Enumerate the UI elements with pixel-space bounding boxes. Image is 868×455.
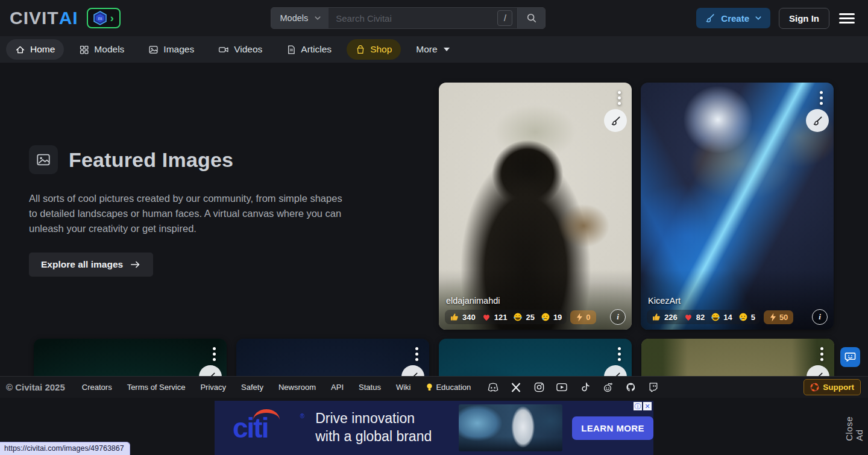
explore-label: Explore all images (41, 259, 123, 270)
laugh-reaction[interactable]: 25 (513, 312, 534, 322)
laugh-reaction[interactable]: 14 (711, 312, 732, 322)
card-menu-icon[interactable] (413, 345, 421, 363)
chevron-down-icon (314, 14, 321, 22)
citi-arc (253, 409, 280, 420)
thumbs-up-icon (652, 312, 661, 322)
nav-item-images[interactable]: Images (139, 39, 203, 60)
nav-item-home[interactable]: Home (6, 39, 64, 60)
civitai-logo[interactable]: CIVITAI (10, 8, 78, 28)
sign-in-label: Sign In (789, 13, 819, 24)
card-menu-icon[interactable] (818, 345, 826, 363)
nav-label: Models (94, 44, 124, 55)
footer-link-safety[interactable]: Safety (241, 383, 263, 392)
discord-icon[interactable] (486, 381, 500, 394)
laugh-icon (711, 312, 720, 322)
ad-learn-more-button[interactable]: LEARN MORE (572, 416, 653, 440)
arrow-right-icon (130, 260, 141, 269)
footer-link-api[interactable]: API (331, 383, 344, 392)
search-category-select[interactable]: Models (271, 8, 329, 28)
x-icon[interactable] (509, 381, 523, 394)
footer-link-newsroom[interactable]: Newsroom (278, 383, 316, 392)
footer-link-creators[interactable]: Creators (82, 383, 112, 392)
tiktok-icon[interactable] (578, 381, 591, 394)
create-button[interactable]: Create (696, 8, 770, 28)
footer-link-education[interactable]: Education (426, 383, 471, 392)
cry-reaction[interactable]: 5 (738, 312, 755, 322)
top-bar: CIVITAI m › Models / (0, 0, 868, 36)
sign-in-button[interactable]: Sign In (779, 8, 829, 29)
zap-tip-badge[interactable]: 0 (570, 310, 596, 324)
info-icon[interactable]: i (610, 309, 626, 325)
footer-link-privacy[interactable]: Privacy (200, 383, 226, 392)
footer: © Civitai 2025 Creators Terms of Service… (0, 376, 868, 398)
heart-reaction[interactable]: 121 (482, 312, 508, 322)
twitch-icon[interactable] (647, 381, 660, 394)
footer-link-terms[interactable]: Terms of Service (127, 383, 186, 392)
adchoices-info-icon[interactable]: ⓘ (634, 402, 642, 410)
ad-banner[interactable]: citi ® Drive innovation with a global br… (215, 401, 653, 455)
thumbs-up-reaction[interactable]: 226 (652, 312, 678, 322)
nav-item-articles[interactable]: Articles (277, 39, 341, 60)
article-icon (286, 45, 296, 55)
ad-close-x-icon[interactable]: ✕ (643, 402, 652, 410)
footer-link-status[interactable]: Status (359, 383, 381, 392)
support-button[interactable]: Support (804, 379, 861, 395)
instagram-icon[interactable] (532, 381, 546, 394)
reddit-icon[interactable] (601, 381, 614, 394)
image-icon (148, 45, 159, 55)
hamburger-icon[interactable] (838, 11, 856, 26)
lightbulb-icon (426, 383, 433, 392)
search-shortcut-key: / (497, 10, 512, 26)
remix-brush-button[interactable] (604, 109, 627, 132)
nav-label: Images (163, 44, 194, 55)
reaction-count: 121 (494, 313, 508, 322)
heart-icon (482, 312, 491, 322)
top-bar-right: Create Sign In (696, 8, 856, 29)
zap-tip-badge[interactable]: 50 (764, 310, 793, 324)
youtube-icon[interactable] (555, 381, 568, 394)
info-icon[interactable]: i (812, 309, 828, 325)
search-input[interactable] (336, 13, 497, 24)
reaction-group: 340 121 (445, 310, 567, 324)
event-badge[interactable]: m › (87, 8, 121, 28)
nav-item-models[interactable]: Models (70, 39, 133, 60)
card-menu-icon[interactable] (210, 345, 218, 363)
thumbs-up-reaction[interactable]: 340 (450, 312, 476, 322)
zap-count: 50 (779, 313, 788, 322)
card-menu-icon[interactable] (615, 345, 623, 363)
nav-item-more[interactable]: More (407, 39, 458, 60)
cry-icon (541, 312, 550, 322)
heart-icon (684, 312, 693, 322)
image-card[interactable]: eldajanimahdi 340 121 (439, 83, 632, 330)
explore-all-images-button[interactable]: Explore all images (29, 253, 153, 277)
main-nav: Home Models Images Videos (0, 36, 868, 63)
remix-brush-button[interactable] (806, 109, 829, 132)
nav-label: Home (30, 44, 55, 55)
ad-zone: citi ® Drive innovation with a global br… (0, 398, 868, 455)
image-icon (36, 152, 51, 168)
brush-icon (610, 115, 621, 127)
reaction-count: 14 (723, 313, 732, 322)
heart-reaction[interactable]: 82 (684, 312, 705, 322)
username[interactable]: eldajanimahdi (446, 296, 500, 306)
card-stats: 226 82 (647, 309, 828, 325)
card-menu-icon[interactable] (615, 89, 623, 107)
github-icon[interactable] (624, 381, 637, 394)
nav-item-videos[interactable]: Videos (209, 39, 271, 60)
image-card[interactable]: KicezArt 226 82 (641, 83, 834, 330)
zap-count: 0 (586, 313, 590, 322)
username[interactable]: KicezArt (648, 296, 681, 306)
cry-reaction[interactable]: 19 (541, 312, 562, 322)
search-button[interactable] (517, 8, 545, 28)
card-menu-icon[interactable] (817, 89, 825, 107)
nav-item-shop[interactable]: Shop (347, 39, 401, 60)
footer-link-wiki[interactable]: Wiki (396, 383, 411, 392)
chat-widget-button[interactable] (840, 347, 860, 367)
caret-down-icon (444, 48, 450, 51)
copyright: © Civitai 2025 (6, 382, 65, 392)
chat-bubble-icon (844, 351, 856, 363)
reaction-count: 5 (751, 313, 755, 322)
bolt-icon (576, 313, 583, 322)
nav-label: Articles (301, 44, 332, 55)
close-ad-button[interactable]: Close Ad (844, 412, 864, 441)
